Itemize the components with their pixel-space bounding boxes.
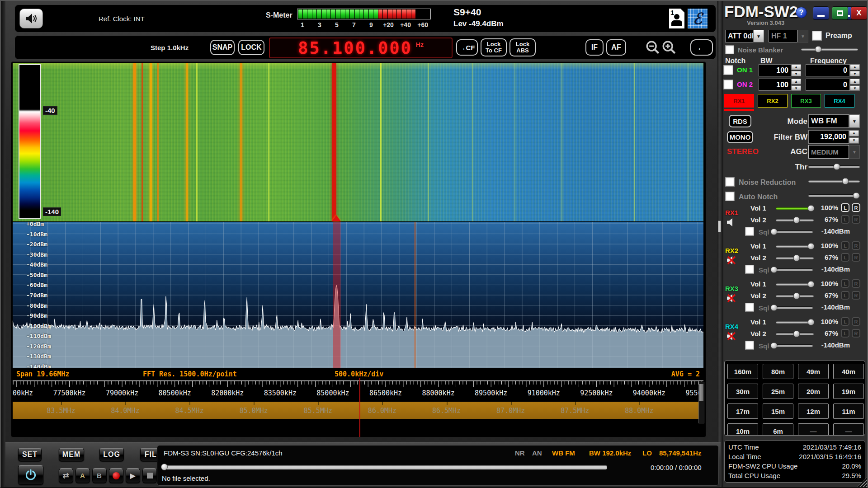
maximize-button[interactable] [832, 6, 848, 20]
notch-bw-spinner[interactable]: ▲▼ [791, 64, 801, 76]
vol1-slider[interactable] [776, 321, 814, 324]
rx-tab-rx2[interactable]: RX2 [758, 94, 788, 108]
speaker-icon[interactable] [726, 218, 737, 227]
notch-on1-checkbox[interactable] [723, 65, 733, 75]
notch-frequency-spinner[interactable]: ▲▼ [850, 79, 860, 91]
band-button-6m[interactable]: 6m [763, 423, 793, 436]
agc-select-arrow[interactable]: ▼ [849, 145, 860, 159]
squelch-slider[interactable] [771, 306, 813, 309]
notch-frequency-input[interactable]: 0 [806, 79, 850, 91]
band-button-49m[interactable]: 49m [798, 364, 829, 379]
rx-mute-toggle[interactable] [726, 332, 737, 343]
noise-blanker-slider[interactable] [801, 48, 858, 51]
waterfall-display[interactable] [13, 63, 703, 221]
squelch-slider[interactable] [771, 344, 813, 347]
rx-tab-rx3[interactable]: RX3 [791, 94, 821, 108]
vol2-left-button[interactable]: L [841, 253, 849, 262]
noise-reduction-checkbox[interactable] [725, 177, 735, 187]
squelch-checkbox[interactable] [745, 341, 754, 350]
record-button[interactable] [109, 468, 123, 483]
mono-button[interactable]: MONO [727, 131, 753, 143]
filter-bw-input[interactable]: 192,000 [808, 130, 849, 144]
vol2-right-button[interactable]: R [852, 329, 860, 338]
frequency-ruler[interactable]: 76000kHz77500kHz79000kHz80500kHz82000kHz… [13, 380, 703, 400]
panel-splitter[interactable] [717, 1, 722, 488]
back-arrow-button[interactable]: ← [690, 39, 713, 56]
antenna-select-arrow[interactable]: ▼ [797, 30, 808, 42]
attenuator-select[interactable]: ATT 0dB [725, 30, 753, 42]
notch-on2-checkbox[interactable] [723, 80, 733, 89]
vol2-left-button[interactable]: L [841, 291, 849, 300]
vol2-slider[interactable] [776, 257, 814, 259]
vol1-left-button[interactable]: L [841, 241, 849, 250]
notch-bw-input[interactable]: 100 [759, 79, 791, 91]
zoom-in-icon[interactable] [661, 40, 677, 55]
stop-button[interactable] [142, 468, 157, 483]
set-button[interactable]: SET [18, 448, 42, 461]
band-button-40m[interactable]: 40m [833, 364, 864, 379]
vol2-slider[interactable] [776, 333, 814, 335]
band-button-15m[interactable]: 15m [763, 404, 793, 419]
notch-bw-spinner[interactable]: ▲▼ [791, 79, 801, 91]
vol1-right-button[interactable]: R [852, 279, 860, 288]
marker-b-button[interactable]: B [92, 468, 107, 483]
notch-frequency-input[interactable]: 0 [806, 64, 850, 76]
log-button[interactable]: LOG [99, 448, 124, 461]
noise-reduction-slider[interactable] [808, 180, 860, 183]
minimize-button[interactable] [813, 6, 829, 20]
tuned-frequency-marker[interactable] [332, 215, 341, 221]
rds-button[interactable]: RDS [729, 115, 751, 127]
squelch-checkbox[interactable] [745, 265, 754, 274]
band-button-30m[interactable]: 30m [727, 384, 758, 399]
close-button[interactable]: X [851, 6, 867, 20]
vol1-slider[interactable] [776, 283, 814, 286]
vol1-left-button[interactable]: L [841, 317, 849, 326]
spectrum-display[interactable]: +0dBm-10dBm-20dBm-30dBm-40dBm-50dBm-60dB… [13, 222, 703, 368]
band-button-blank[interactable]: — [833, 423, 864, 436]
band-button-blank[interactable]: — [798, 423, 829, 436]
vol2-slider[interactable] [776, 219, 814, 221]
band-overview-bar[interactable]: 83.5MHz84.0MHz84.5MHz85.0MHz85.5MHz86.0M… [13, 401, 703, 419]
frequency-display[interactable]: 85.100.000 Hz [269, 38, 453, 58]
band-button-25m[interactable]: 25m [763, 384, 793, 399]
band-button-17m[interactable]: 17m [727, 404, 758, 419]
lock-abs-button[interactable]: LockABS [509, 38, 536, 56]
to-center-frequency-button[interactable]: →CF [456, 39, 478, 56]
waterfall-color-scale[interactable] [19, 64, 41, 219]
loop-button[interactable]: ⇄ [59, 468, 73, 483]
squelch-checkbox[interactable] [745, 227, 754, 236]
muted-speaker-icon[interactable] [726, 256, 737, 265]
snap-button[interactable]: SNAP [210, 40, 235, 55]
power-button[interactable] [18, 465, 43, 485]
antenna-select[interactable]: HF 1 [769, 30, 797, 42]
attenuator-select-arrow[interactable]: ▼ [753, 30, 764, 42]
vol2-slider[interactable] [776, 295, 814, 297]
vol1-right-button[interactable]: R [852, 203, 860, 212]
vol1-left-button[interactable]: L [841, 203, 849, 212]
help-icon[interactable]: ? [796, 7, 807, 18]
play-button[interactable]: ▶ [126, 468, 140, 483]
profile-document-icon[interactable]: 1 [669, 9, 684, 28]
band-button-160m[interactable]: 160m [727, 364, 758, 379]
mem-button[interactable]: MEM [59, 448, 84, 461]
rx-mute-toggle[interactable] [726, 294, 737, 305]
vol2-left-button[interactable]: L [841, 215, 849, 224]
vol1-right-button[interactable]: R [852, 241, 860, 250]
if-spectrum-button[interactable]: IF [585, 39, 604, 56]
lock-to-cf-button[interactable]: LockTo CF [481, 38, 507, 56]
band-button-12m[interactable]: 12m [798, 404, 829, 419]
mute-speaker-button[interactable] [19, 9, 43, 28]
splitter-handle[interactable] [718, 221, 721, 232]
agc-select[interactable]: MEDIUM [808, 145, 849, 159]
vol2-right-button[interactable]: R [852, 291, 860, 300]
rx-tab-rx1[interactable]: RX1 [724, 94, 754, 108]
playback-progress-bar[interactable] [162, 465, 607, 469]
mode-select-arrow[interactable]: ▼ [849, 114, 860, 128]
band-button-19m[interactable]: 19m [833, 384, 864, 399]
rx-tab-rx4[interactable]: RX4 [825, 94, 854, 108]
auto-notch-slider[interactable] [808, 194, 860, 197]
notch-frequency-spinner[interactable]: ▲▼ [850, 64, 860, 76]
af-spectrum-button[interactable]: AF [606, 39, 626, 56]
band-button-20m[interactable]: 20m [798, 384, 829, 399]
vol2-right-button[interactable]: R [852, 215, 860, 224]
